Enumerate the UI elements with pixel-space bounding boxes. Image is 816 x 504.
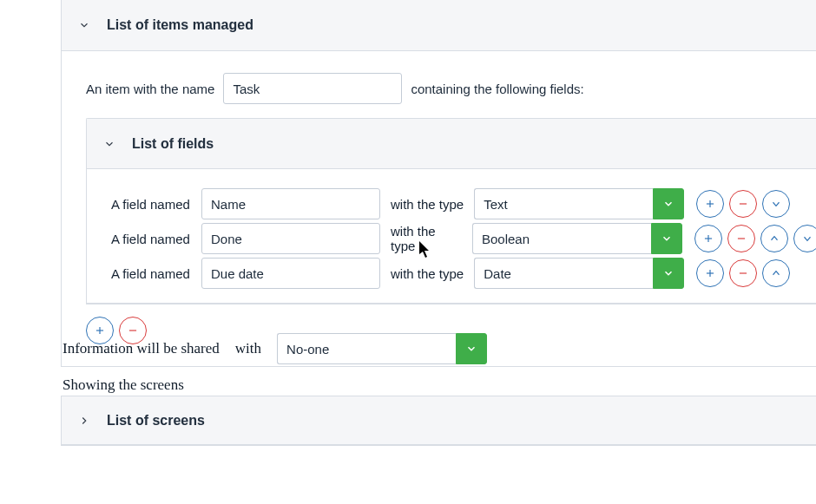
- items-panel: List of items managed An item with the n…: [61, 0, 816, 367]
- share-row: Information will be shared with No-one: [63, 333, 816, 364]
- screens-panel-title: List of screens: [107, 413, 205, 429]
- remove-field-button[interactable]: [729, 259, 757, 287]
- field-mid-text: with the type: [387, 266, 467, 281]
- field-pre-text: A field named: [111, 197, 194, 212]
- chevron-down-icon: [77, 18, 91, 32]
- share-with-text: with: [235, 340, 261, 357]
- fields-panel: List of fields A field named with the ty…: [86, 118, 816, 304]
- add-field-button[interactable]: [696, 259, 724, 287]
- field-row: A field named with the type Text: [111, 188, 816, 219]
- fields-panel-header[interactable]: List of fields: [87, 119, 816, 169]
- chevron-right-icon: [77, 414, 91, 428]
- field-name-input[interactable]: [201, 223, 380, 254]
- field-mid-text: with the type: [387, 224, 465, 253]
- screens-panel-header[interactable]: List of screens: [62, 396, 816, 445]
- move-down-button[interactable]: [793, 225, 816, 252]
- field-type-value: Date: [474, 258, 653, 289]
- item-name-row: An item with the name containing the fol…: [86, 73, 816, 104]
- screens-heading: Showing the screens: [63, 376, 184, 394]
- screens-panel: List of screens: [61, 396, 816, 446]
- field-name-input[interactable]: [201, 258, 380, 289]
- field-type-select[interactable]: Text: [474, 188, 684, 219]
- select-toggle-button[interactable]: [653, 258, 684, 289]
- item-pre-text: An item with the name: [86, 82, 214, 96]
- move-down-button[interactable]: [762, 190, 790, 218]
- move-up-button[interactable]: [760, 225, 788, 252]
- select-toggle-button[interactable]: [456, 333, 487, 364]
- items-panel-title: List of items managed: [107, 17, 253, 33]
- field-type-value: Text: [474, 188, 653, 219]
- chevron-down-icon: [102, 137, 116, 151]
- field-type-select[interactable]: Date: [474, 258, 684, 289]
- share-pre-text: Information will be shared: [63, 340, 220, 357]
- remove-field-button[interactable]: [727, 225, 755, 252]
- field-row: A field named with the type Date: [111, 258, 816, 289]
- add-field-button[interactable]: [696, 190, 724, 218]
- select-toggle-button[interactable]: [653, 188, 684, 219]
- field-mid-text: with the type: [387, 197, 467, 212]
- share-value: No-one: [277, 333, 456, 364]
- field-pre-text: A field named: [111, 232, 194, 246]
- field-type-value: Boolean: [472, 223, 651, 254]
- item-post-text: containing the following fields:: [411, 82, 583, 96]
- fields-panel-title: List of fields: [132, 136, 214, 152]
- remove-field-button[interactable]: [729, 190, 757, 218]
- item-name-input[interactable]: [223, 73, 402, 104]
- items-panel-header[interactable]: List of items managed: [62, 0, 816, 51]
- fields-panel-body: A field named with the type Text: [87, 169, 816, 304]
- field-type-select[interactable]: Boolean: [472, 223, 682, 254]
- field-pre-text: A field named: [111, 266, 194, 281]
- field-name-input[interactable]: [201, 188, 380, 219]
- select-toggle-button[interactable]: [651, 223, 682, 254]
- field-row: A field named with the type Boolean: [111, 223, 816, 254]
- add-field-button[interactable]: [694, 225, 722, 252]
- move-up-button[interactable]: [762, 259, 790, 287]
- share-select[interactable]: No-one: [277, 333, 487, 364]
- items-panel-body: An item with the name containing the fol…: [62, 51, 816, 367]
